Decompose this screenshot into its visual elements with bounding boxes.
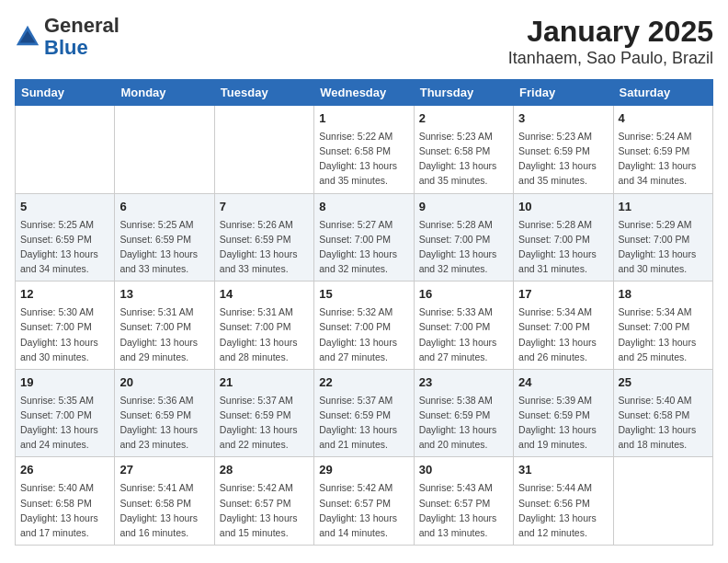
weekday-header-wednesday: Wednesday bbox=[314, 80, 414, 106]
day-info: Sunrise: 5:35 AM Sunset: 7:00 PM Dayligh… bbox=[20, 395, 98, 450]
calendar-cell: 31Sunrise: 5:44 AM Sunset: 6:56 PM Dayli… bbox=[514, 457, 613, 546]
day-number: 14 bbox=[220, 286, 309, 303]
calendar-cell: 20Sunrise: 5:36 AM Sunset: 6:59 PM Dayli… bbox=[115, 369, 214, 457]
calendar-cell: 21Sunrise: 5:37 AM Sunset: 6:59 PM Dayli… bbox=[214, 369, 313, 457]
calendar-cell: 17Sunrise: 5:34 AM Sunset: 7:00 PM Dayli… bbox=[514, 282, 613, 370]
day-info: Sunrise: 5:43 AM Sunset: 6:57 PM Dayligh… bbox=[419, 482, 497, 537]
day-info: Sunrise: 5:22 AM Sunset: 6:58 PM Dayligh… bbox=[319, 131, 397, 186]
calendar-week-row: 5Sunrise: 5:25 AM Sunset: 6:59 PM Daylig… bbox=[16, 193, 713, 282]
day-info: Sunrise: 5:33 AM Sunset: 7:00 PM Dayligh… bbox=[419, 306, 497, 362]
day-number: 26 bbox=[20, 462, 109, 478]
day-info: Sunrise: 5:23 AM Sunset: 6:58 PM Dayligh… bbox=[419, 131, 497, 186]
day-number: 30 bbox=[419, 462, 508, 478]
logo: General Blue bbox=[15, 15, 119, 59]
day-number: 9 bbox=[419, 199, 508, 215]
day-number: 2 bbox=[419, 110, 508, 127]
day-info: Sunrise: 5:31 AM Sunset: 7:00 PM Dayligh… bbox=[220, 306, 298, 362]
day-number: 11 bbox=[619, 199, 708, 215]
day-info: Sunrise: 5:29 AM Sunset: 7:00 PM Dayligh… bbox=[619, 219, 697, 274]
calendar-cell: 6Sunrise: 5:25 AM Sunset: 6:59 PM Daylig… bbox=[115, 193, 214, 282]
day-number: 12 bbox=[20, 286, 109, 303]
calendar-cell: 8Sunrise: 5:27 AM Sunset: 7:00 PM Daylig… bbox=[314, 193, 414, 282]
calendar-cell bbox=[115, 106, 214, 194]
calendar-cell: 27Sunrise: 5:41 AM Sunset: 6:58 PM Dayli… bbox=[115, 457, 214, 546]
calendar-table: SundayMondayTuesdayWednesdayThursdayFrid… bbox=[15, 79, 713, 546]
logo-blue: Blue bbox=[44, 36, 88, 59]
calendar-cell: 24Sunrise: 5:39 AM Sunset: 6:59 PM Dayli… bbox=[514, 369, 613, 457]
day-info: Sunrise: 5:28 AM Sunset: 7:00 PM Dayligh… bbox=[419, 219, 497, 274]
page-subtitle: Itanhaem, Sao Paulo, Brazil bbox=[508, 49, 713, 68]
title-block: January 2025 Itanhaem, Sao Paulo, Brazil bbox=[508, 15, 713, 68]
calendar-cell: 28Sunrise: 5:42 AM Sunset: 6:57 PM Dayli… bbox=[214, 457, 313, 546]
day-info: Sunrise: 5:26 AM Sunset: 6:59 PM Dayligh… bbox=[220, 219, 298, 274]
calendar-cell: 7Sunrise: 5:26 AM Sunset: 6:59 PM Daylig… bbox=[214, 193, 313, 282]
day-info: Sunrise: 5:31 AM Sunset: 7:00 PM Dayligh… bbox=[119, 306, 198, 362]
day-number: 7 bbox=[220, 199, 309, 215]
day-number: 22 bbox=[319, 374, 408, 391]
day-info: Sunrise: 5:25 AM Sunset: 6:59 PM Dayligh… bbox=[119, 219, 198, 274]
day-info: Sunrise: 5:25 AM Sunset: 6:59 PM Dayligh… bbox=[20, 219, 98, 274]
day-number: 3 bbox=[518, 110, 608, 127]
weekday-header-monday: Monday bbox=[115, 80, 214, 106]
day-number: 5 bbox=[20, 199, 109, 215]
calendar-cell: 16Sunrise: 5:33 AM Sunset: 7:00 PM Dayli… bbox=[414, 282, 513, 370]
weekday-header-friday: Friday bbox=[514, 80, 613, 106]
day-info: Sunrise: 5:37 AM Sunset: 6:59 PM Dayligh… bbox=[319, 395, 397, 450]
calendar-cell: 13Sunrise: 5:31 AM Sunset: 7:00 PM Dayli… bbox=[115, 282, 214, 370]
day-info: Sunrise: 5:42 AM Sunset: 6:57 PM Dayligh… bbox=[319, 482, 397, 537]
day-number: 27 bbox=[119, 462, 209, 478]
day-number: 4 bbox=[619, 110, 708, 127]
day-number: 8 bbox=[319, 199, 408, 215]
day-number: 13 bbox=[119, 286, 209, 303]
calendar-cell: 3Sunrise: 5:23 AM Sunset: 6:59 PM Daylig… bbox=[514, 106, 613, 194]
calendar-cell: 29Sunrise: 5:42 AM Sunset: 6:57 PM Dayli… bbox=[314, 457, 414, 546]
calendar-week-row: 26Sunrise: 5:40 AM Sunset: 6:58 PM Dayli… bbox=[16, 457, 713, 546]
day-number: 19 bbox=[20, 374, 109, 391]
day-info: Sunrise: 5:23 AM Sunset: 6:59 PM Dayligh… bbox=[518, 131, 597, 186]
calendar-cell: 4Sunrise: 5:24 AM Sunset: 6:59 PM Daylig… bbox=[613, 106, 712, 194]
calendar-cell: 18Sunrise: 5:34 AM Sunset: 7:00 PM Dayli… bbox=[613, 282, 712, 370]
weekday-header-saturday: Saturday bbox=[613, 80, 712, 106]
day-number: 6 bbox=[119, 199, 209, 215]
calendar-cell: 11Sunrise: 5:29 AM Sunset: 7:00 PM Dayli… bbox=[613, 193, 712, 282]
day-number: 17 bbox=[518, 286, 608, 303]
day-info: Sunrise: 5:44 AM Sunset: 6:56 PM Dayligh… bbox=[518, 482, 597, 537]
calendar-cell: 19Sunrise: 5:35 AM Sunset: 7:00 PM Dayli… bbox=[16, 369, 115, 457]
day-number: 21 bbox=[220, 374, 309, 391]
calendar-cell bbox=[16, 106, 115, 194]
day-info: Sunrise: 5:28 AM Sunset: 7:00 PM Dayligh… bbox=[518, 219, 597, 274]
logo-general: General bbox=[44, 14, 119, 37]
weekday-header-row: SundayMondayTuesdayWednesdayThursdayFrid… bbox=[16, 80, 713, 106]
day-info: Sunrise: 5:41 AM Sunset: 6:58 PM Dayligh… bbox=[119, 482, 198, 537]
day-number: 24 bbox=[518, 374, 608, 391]
day-number: 16 bbox=[419, 286, 508, 303]
day-info: Sunrise: 5:38 AM Sunset: 6:59 PM Dayligh… bbox=[419, 395, 497, 450]
calendar-week-row: 12Sunrise: 5:30 AM Sunset: 7:00 PM Dayli… bbox=[16, 282, 713, 370]
day-number: 29 bbox=[319, 462, 408, 478]
logo-icon bbox=[15, 24, 40, 50]
calendar-cell bbox=[214, 106, 313, 194]
calendar-cell: 22Sunrise: 5:37 AM Sunset: 6:59 PM Dayli… bbox=[314, 369, 414, 457]
calendar-cell bbox=[613, 457, 712, 546]
day-number: 10 bbox=[518, 199, 608, 215]
calendar-cell: 5Sunrise: 5:25 AM Sunset: 6:59 PM Daylig… bbox=[16, 193, 115, 282]
day-number: 15 bbox=[319, 286, 408, 303]
calendar-cell: 23Sunrise: 5:38 AM Sunset: 6:59 PM Dayli… bbox=[414, 369, 513, 457]
calendar-cell: 15Sunrise: 5:32 AM Sunset: 7:00 PM Dayli… bbox=[314, 282, 414, 370]
calendar-cell: 1Sunrise: 5:22 AM Sunset: 6:58 PM Daylig… bbox=[314, 106, 414, 194]
day-info: Sunrise: 5:40 AM Sunset: 6:58 PM Dayligh… bbox=[20, 482, 98, 537]
day-info: Sunrise: 5:34 AM Sunset: 7:00 PM Dayligh… bbox=[518, 306, 597, 362]
calendar-cell: 9Sunrise: 5:28 AM Sunset: 7:00 PM Daylig… bbox=[414, 193, 513, 282]
day-info: Sunrise: 5:36 AM Sunset: 6:59 PM Dayligh… bbox=[119, 395, 198, 450]
calendar-cell: 30Sunrise: 5:43 AM Sunset: 6:57 PM Dayli… bbox=[414, 457, 513, 546]
calendar-cell: 25Sunrise: 5:40 AM Sunset: 6:58 PM Dayli… bbox=[613, 369, 712, 457]
calendar-cell: 10Sunrise: 5:28 AM Sunset: 7:00 PM Dayli… bbox=[514, 193, 613, 282]
page-header: General Blue January 2025 Itanhaem, Sao … bbox=[15, 15, 713, 68]
calendar-cell: 14Sunrise: 5:31 AM Sunset: 7:00 PM Dayli… bbox=[214, 282, 313, 370]
calendar-week-row: 1Sunrise: 5:22 AM Sunset: 6:58 PM Daylig… bbox=[16, 106, 713, 194]
day-number: 28 bbox=[220, 462, 309, 478]
calendar-week-row: 19Sunrise: 5:35 AM Sunset: 7:00 PM Dayli… bbox=[16, 369, 713, 457]
page-title: January 2025 bbox=[508, 15, 713, 49]
day-number: 1 bbox=[319, 110, 408, 127]
day-number: 25 bbox=[619, 374, 708, 391]
